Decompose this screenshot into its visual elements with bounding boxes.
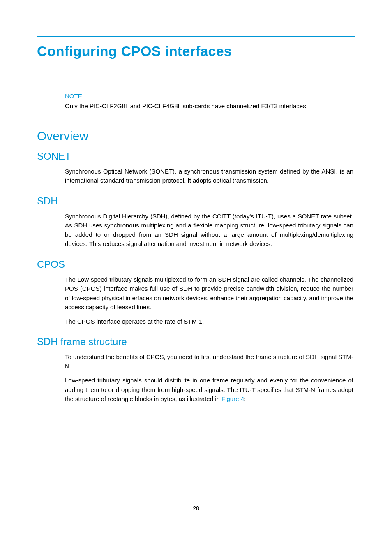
- sdh-frame-p2-pre: Low-speed tributary signals should distr…: [65, 377, 353, 402]
- page-title: Configuring CPOS interfaces: [37, 43, 355, 59]
- top-rule: [37, 36, 355, 37]
- sdh-p1: Synchronous Digital Hierarchy (SDH), def…: [65, 212, 353, 249]
- figure-4-link[interactable]: Figure 4: [221, 395, 244, 402]
- sdh-heading: SDH: [37, 195, 355, 207]
- sonet-p1: Synchronous Optical Network (SONET), a s…: [65, 167, 353, 185]
- page: Configuring CPOS interfaces NOTE: Only t…: [0, 0, 392, 533]
- cpos-p1: The Low-speed tributary signals multiple…: [65, 275, 353, 312]
- note-text: Only the PIC-CLF2G8L and PIC-CLF4G8L sub…: [65, 102, 353, 111]
- cpos-heading: CPOS: [37, 259, 355, 270]
- cpos-p2: The CPOS interface operates at the rate …: [65, 317, 353, 327]
- sonet-heading: SONET: [37, 151, 355, 162]
- note-box: NOTE: Only the PIC-CLF2G8L and PIC-CLF4G…: [65, 88, 353, 114]
- section-sdh: SDH Synchronous Digital Hierarchy (SDH),…: [37, 195, 355, 249]
- section-cpos: CPOS The Low-speed tributary signals mul…: [37, 259, 355, 327]
- note-label: NOTE:: [65, 93, 353, 100]
- sdh-frame-p2: Low-speed tributary signals should distr…: [65, 376, 353, 404]
- sdh-frame-p2-post: :: [244, 395, 246, 402]
- section-sonet: SONET Synchronous Optical Network (SONET…: [37, 151, 355, 185]
- section-sdh-frame: SDH frame structure To understand the be…: [37, 336, 355, 404]
- sdh-frame-p1: To understand the benefits of CPOS, you …: [65, 352, 353, 371]
- sdh-frame-heading: SDH frame structure: [37, 336, 355, 348]
- page-number: 28: [0, 505, 392, 512]
- overview-heading: Overview: [37, 129, 355, 143]
